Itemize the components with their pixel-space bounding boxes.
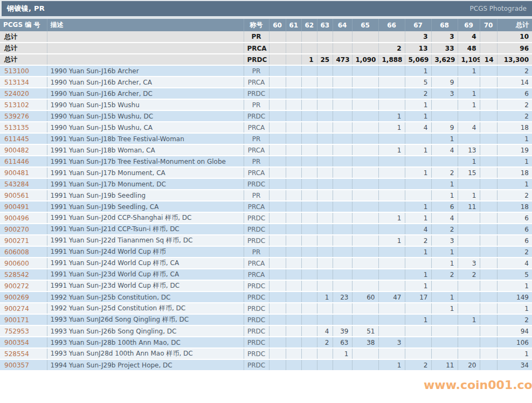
pcgs-number-cell[interactable]: 900481 (0, 167, 47, 178)
grade-61-cell (286, 280, 301, 291)
grade-61-cell (286, 303, 301, 314)
grade-60-cell (269, 212, 286, 224)
grade-66-cell (378, 88, 405, 99)
grade-60-cell (269, 54, 286, 65)
grade-61-cell (286, 359, 301, 371)
pcgs-number-cell[interactable]: 900270 (0, 224, 47, 235)
row-total-cell: 13,300 (497, 54, 532, 65)
grade-68-cell: 1 (431, 133, 458, 144)
pcgs-number-cell[interactable]: 900171 (0, 314, 47, 325)
row-total-cell: 6 (497, 235, 532, 246)
pcgs-number-cell[interactable]: 539276 (0, 110, 47, 122)
row-total-cell: 18 (497, 201, 532, 212)
column-header-pcgs: PCGS 编 号 (0, 19, 47, 31)
photograde-link[interactable]: PCGS Photograde (470, 5, 527, 12)
grade-66-cell (378, 65, 405, 77)
pcgs-number-cell[interactable]: 611445 (0, 133, 47, 144)
grade-66-cell: 2 (378, 43, 405, 54)
pcgs-number-cell[interactable]: 524020 (0, 88, 47, 99)
grade-62-cell: 1 (301, 54, 317, 65)
row-total-cell: 34 (497, 359, 532, 371)
grade-70-cell (480, 224, 497, 235)
grade-68-cell: 3 (431, 31, 458, 43)
pcgs-number-cell[interactable]: 900271 (0, 235, 47, 246)
grade-62-cell (301, 77, 317, 88)
column-header-grade-61: 61 (286, 19, 301, 31)
grade-61-cell (286, 144, 301, 156)
grade-67-cell (405, 325, 431, 337)
grade-64-cell: 473 (333, 54, 352, 65)
grade-62-cell (301, 156, 317, 167)
grade-63-cell (317, 110, 333, 122)
description-cell (47, 31, 244, 43)
grade-66-cell (378, 156, 405, 167)
pcgs-number-cell[interactable]: 543284 (0, 178, 47, 190)
pcgs-number-cell[interactable]: 900496 (0, 212, 47, 224)
pcgs-number-cell[interactable]: 528554 (0, 348, 47, 359)
table-row: 9005611991 Yuan Sun-J19b SeedlingPR112 (0, 190, 532, 201)
grade-70-cell (480, 235, 497, 246)
row-total-cell: 1 (497, 280, 532, 291)
pcgs-number-cell[interactable]: 900272 (0, 280, 47, 291)
grade-67-cell: 1 (405, 144, 431, 156)
table-row: 5131001990 Yuan Sun-J16b ArcherPR112 (0, 65, 532, 77)
table-row: 9004961991 Yuan Sun-J20d CCP-Shanghai 样币… (0, 212, 532, 224)
grade-61-cell (286, 348, 301, 359)
grade-69-cell (458, 133, 480, 144)
grade-61-cell (286, 246, 301, 258)
grade-67-cell: 1 (405, 280, 431, 291)
pcgs-number-cell[interactable]: 900357 (0, 359, 47, 371)
grade-70-cell (480, 258, 497, 269)
grade-66-cell (378, 280, 405, 291)
grade-66-cell: 1,888 (378, 54, 405, 65)
grade-64-cell (333, 31, 352, 43)
row-total-cell: 4 (497, 258, 532, 269)
row-total-cell: 18 (497, 167, 532, 178)
pcgs-number-cell[interactable]: 606008 (0, 246, 47, 258)
grade-64-cell: 23 (333, 291, 352, 303)
grade-70-cell (480, 110, 497, 122)
column-header-grade-68: 68 (431, 19, 458, 31)
grade-68-cell: 1 (431, 258, 458, 269)
pcgs-number-cell[interactable]: 528542 (0, 269, 47, 280)
grade-62-cell (301, 178, 317, 190)
grade-69-cell: 1 (458, 99, 480, 110)
grade-68-cell (431, 156, 458, 167)
grade-64-cell (333, 144, 352, 156)
grade-60-cell (269, 348, 286, 359)
grade-64-cell (333, 43, 352, 54)
grade-66-cell: 3 (378, 337, 405, 348)
pcgs-number-cell[interactable]: 900600 (0, 258, 47, 269)
pcgs-number-cell[interactable]: 900561 (0, 190, 47, 201)
pcgs-number-cell[interactable]: 900354 (0, 337, 47, 348)
description-cell: 1993 Yuan Sun-J26b Song Qingling, DC (47, 325, 244, 337)
table-row: 5240201990 Yuan Sun-J16b Archer, DCPRDC2… (0, 88, 532, 99)
pcgs-number-cell[interactable]: 513100 (0, 65, 47, 77)
pcgs-number-cell[interactable]: 752953 (0, 325, 47, 337)
pcgs-number-cell[interactable]: 900491 (0, 201, 47, 212)
table-row: 5432841991 Yuan Sun-J17b Monument, DCPRD… (0, 178, 532, 190)
column-header-grade-63: 63 (317, 19, 333, 31)
column-header-grade-66: 66 (378, 19, 405, 31)
grade-67-cell: 4 (405, 122, 431, 133)
grade-62-cell (301, 167, 317, 178)
pcgs-number-cell[interactable]: 900482 (0, 144, 47, 156)
grade-70-cell (480, 43, 497, 54)
total-row: 总计PRDC1254731,0901,8885,0693,6291,109141… (0, 54, 532, 65)
pcgs-number-cell[interactable]: 513134 (0, 77, 47, 88)
grade-67-cell: 1 (405, 65, 431, 77)
table-row: 9002691992 Yuan Sun-J25b Constitution, D… (0, 291, 532, 303)
designation-cell: PRCA (244, 144, 269, 156)
pcgs-number-cell[interactable]: 900274 (0, 303, 47, 314)
pcgs-number-cell[interactable]: 513102 (0, 99, 47, 110)
grade-70-cell (480, 314, 497, 325)
grade-69-cell: 1 (458, 314, 480, 325)
pcgs-number-cell[interactable]: 513135 (0, 122, 47, 133)
grade-69-cell (458, 303, 480, 314)
grade-67-cell: 2 (405, 88, 431, 99)
pcgs-number-cell[interactable]: 900269 (0, 291, 47, 303)
pcgs-number-cell[interactable]: 611446 (0, 156, 47, 167)
description-cell (47, 43, 244, 54)
grade-65-cell (352, 359, 378, 371)
row-total-cell: 19 (497, 144, 532, 156)
